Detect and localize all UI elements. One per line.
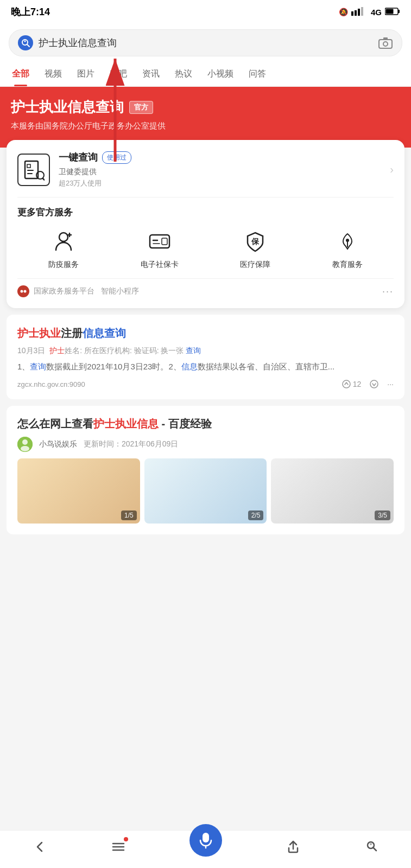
search-bar-container: 护士执业信息查询 (0, 24, 411, 62)
miniprogram-info: 国家政务服务平台 智能小程序 (17, 285, 139, 297)
result2-date: 更新时间：2021年06月09日 (84, 439, 178, 449)
search-bar[interactable]: 护士执业信息查询 (9, 29, 402, 56)
result1-date: 10月3日 护士姓名: 所在医疗机构: 验证码: 换一张 查询 (17, 346, 394, 356)
result2-img-1[interactable]: 1/5 (17, 458, 140, 524)
miniprogram-footer: 国家政务服务平台 智能小程序 ··· (17, 278, 394, 297)
camera-icon[interactable] (378, 35, 393, 50)
status-icons: 🔕 4G (339, 7, 400, 17)
query-row[interactable]: 一键查询 使用过 卫健委提供 超23万人使用 › (17, 151, 394, 197)
more-services-title: 更多官方服务 (17, 206, 394, 219)
network-type: 4G (371, 8, 382, 17)
official-title-row: 护士执业信息查询 官方 (11, 98, 400, 117)
result1-more[interactable]: ··· (387, 380, 394, 388)
query-title-row: 一键查询 使用过 (59, 151, 381, 164)
svg-rect-5 (398, 10, 400, 13)
nav-share[interactable] (286, 839, 301, 854)
service-shebao[interactable]: 电子社保卡 (141, 227, 179, 270)
jiaoyu-icon (333, 227, 362, 256)
tab-hot[interactable]: 热议 (167, 62, 200, 86)
result2-author: 小鸟说娱乐 (39, 439, 77, 449)
result2-img2-counter: 2/5 (248, 510, 264, 520)
query-info: 一键查询 使用过 卫健委提供 超23万人使用 (59, 151, 381, 188)
svg-rect-24 (150, 235, 169, 248)
service-fangyi[interactable]: 防疫服务 (48, 227, 79, 270)
svg-text:保: 保 (251, 237, 260, 246)
nav-back[interactable] (32, 839, 47, 854)
result1-title[interactable]: 护士执业注册信息查询 (17, 326, 394, 341)
svg-rect-6 (386, 9, 394, 14)
service-jiaoyu[interactable]: 教育服务 (332, 227, 363, 270)
more-options-icon[interactable]: ··· (382, 286, 394, 297)
query-icon (17, 154, 50, 186)
tab-tieba[interactable]: 贴吧 (102, 62, 135, 86)
svg-rect-17 (27, 170, 34, 171)
tab-video[interactable]: 视频 (37, 62, 69, 86)
svg-point-31 (21, 290, 23, 293)
fangyi-icon (49, 227, 78, 256)
nav-menu[interactable] (111, 839, 126, 854)
result2-img-2[interactable]: 2/5 (144, 458, 267, 524)
query-provider: 卫健委提供 (59, 167, 381, 177)
official-title-text: 护士执业信息查询 (11, 98, 124, 117)
nav-baidu-home[interactable] (364, 839, 380, 854)
tab-shortvideo[interactable]: 小视频 (200, 62, 241, 86)
battery-icon (385, 7, 400, 17)
result1-title-part1: 护士执业 (17, 327, 61, 339)
miniprogram-logo (17, 285, 29, 297)
tab-qa[interactable]: 问答 (241, 62, 274, 86)
official-badge: 官方 (129, 101, 153, 114)
result2-img3-counter: 3/5 (375, 510, 390, 520)
result1-actions: 12 ··· (342, 380, 394, 388)
result2-title[interactable]: 怎么在网上查看护士执业信息 - 百度经验 (17, 417, 394, 431)
result2-meta: 小鸟说娱乐 更新时间：2021年06月09日 (17, 437, 394, 452)
svg-point-44 (370, 843, 372, 845)
svg-rect-41 (203, 833, 209, 843)
service-yiliao[interactable]: 保 医疗保障 (240, 227, 270, 270)
result2-img-3[interactable]: 3/5 (271, 458, 394, 524)
result2-avatar (17, 437, 33, 452)
chevron-right-icon: › (390, 163, 394, 176)
nav-voice[interactable] (189, 824, 222, 857)
baidu-logo (18, 35, 33, 50)
result1-downvote[interactable] (370, 380, 378, 388)
signal-icon (351, 7, 368, 17)
svg-point-9 (24, 41, 26, 42)
svg-point-37 (21, 446, 29, 451)
miniprogram-name: 国家政务服务平台 智能小程序 (34, 286, 139, 296)
svg-point-32 (24, 290, 27, 293)
svg-rect-27 (162, 238, 167, 245)
result-card-1: 护士执业注册信息查询 10月3日 护士姓名: 所在医疗机构: 验证码: 换一张 … (7, 315, 404, 399)
svg-rect-1 (355, 10, 357, 16)
svg-rect-3 (361, 7, 363, 16)
search-input[interactable]: 护士执业信息查询 (39, 36, 372, 49)
used-badge: 使用过 (102, 151, 131, 164)
mute-icon: 🔕 (339, 8, 348, 16)
main-card: 一键查询 使用过 卫健委提供 超23万人使用 › 更多官方服务 (7, 140, 404, 308)
result2-images: 1/5 2/5 3/5 (17, 458, 394, 524)
svg-rect-12 (383, 37, 388, 40)
svg-rect-0 (351, 11, 353, 16)
nav-menu-badge (124, 837, 128, 841)
svg-point-11 (383, 42, 388, 46)
service-shebao-label: 电子社保卡 (141, 260, 179, 270)
service-yiliao-label: 医疗保障 (240, 260, 270, 270)
service-fangyi-label: 防疫服务 (48, 260, 79, 270)
result1-title-part2: 注册 (61, 327, 83, 339)
result1-snippet: 1、查询数据截止到2021年10月3日23时。2、信息数据结果以各省、自治区、直… (17, 360, 394, 373)
result1-upvote[interactable]: 12 (342, 380, 362, 388)
result2-img1-counter: 1/5 (121, 510, 137, 520)
tab-image[interactable]: 图片 (69, 62, 102, 86)
svg-line-8 (27, 44, 29, 47)
official-subtitle: 本服务由国务院办公厅电子政务办公室提供 (11, 121, 400, 131)
svg-rect-16 (27, 164, 30, 168)
tab-all[interactable]: 全部 (4, 62, 37, 86)
result1-url: zgcx.nhc.gov.cn:9090 (17, 380, 85, 388)
svg-point-33 (343, 380, 350, 388)
query-title: 一键查询 (59, 151, 98, 164)
svg-point-21 (59, 233, 68, 241)
svg-rect-2 (358, 9, 360, 16)
tab-news[interactable]: 资讯 (135, 62, 167, 86)
service-jiaoyu-label: 教育服务 (332, 260, 363, 270)
svg-rect-10 (379, 40, 392, 48)
status-bar: 晚上7:14 🔕 4G (0, 0, 411, 24)
